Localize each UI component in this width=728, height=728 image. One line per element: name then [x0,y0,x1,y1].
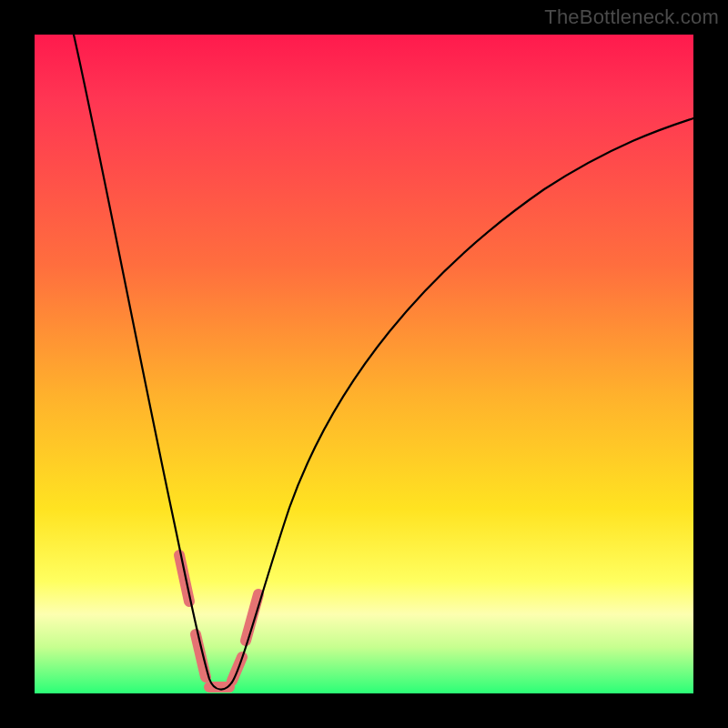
watermark-text: TheBottleneck.com [544,5,719,29]
outer-frame: TheBottleneck.com [0,0,728,728]
highlight-seg-5 [246,594,258,641]
plot-area [35,35,693,693]
highlight-seg-1 [179,555,189,602]
bottleneck-curve [74,35,693,690]
curve-svg [35,35,693,693]
